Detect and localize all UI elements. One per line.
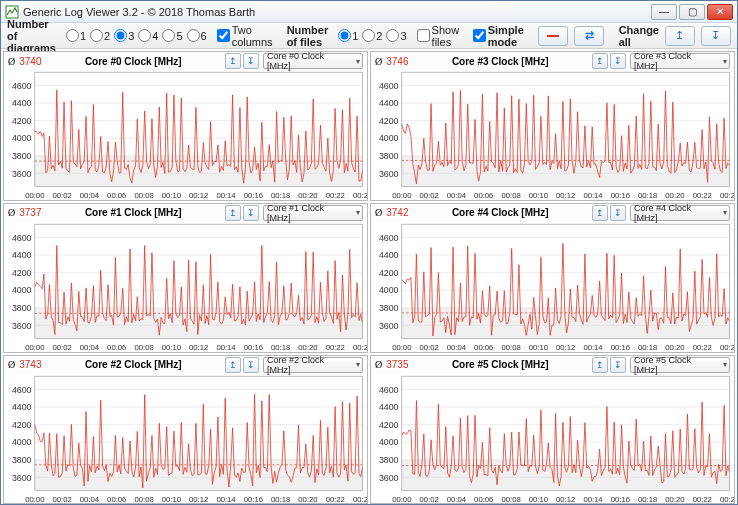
avg-symbol: Ø <box>375 359 382 370</box>
svg-text:00:06: 00:06 <box>107 494 126 503</box>
svg-text:00:14: 00:14 <box>216 191 236 200</box>
charts-area: Ø3740Core #0 Clock [MHz]↥↧Core #0 Clock … <box>1 49 737 504</box>
svg-text:00:12: 00:12 <box>556 191 575 200</box>
chart-series-combo[interactable]: Core #2 Clock [MHz] <box>263 357 363 373</box>
svg-text:00:04: 00:04 <box>447 342 467 351</box>
chart-down-button[interactable]: ↧ <box>610 357 626 373</box>
chart-down-button[interactable]: ↧ <box>610 53 626 69</box>
chart-up-button[interactable]: ↥ <box>592 53 608 69</box>
maximize-button[interactable]: ▢ <box>679 4 705 20</box>
svg-text:00:06: 00:06 <box>107 342 126 351</box>
svg-text:00:00: 00:00 <box>392 494 411 503</box>
svg-text:4600: 4600 <box>379 384 399 394</box>
chart-panel-5: Ø3735Core #5 Clock [MHz]↥↧Core #5 Clock … <box>370 355 735 504</box>
chart-down-button[interactable]: ↧ <box>610 205 626 221</box>
diagrams-radio-3[interactable] <box>114 29 127 42</box>
files-radio-1[interactable] <box>338 29 351 42</box>
avg-symbol: Ø <box>375 207 382 218</box>
app-icon <box>5 5 19 19</box>
svg-text:00:18: 00:18 <box>638 494 657 503</box>
chart-down-button[interactable]: ↧ <box>243 205 259 221</box>
svg-text:4000: 4000 <box>379 437 399 447</box>
svg-text:4400: 4400 <box>12 98 32 108</box>
diagrams-radio-6[interactable] <box>187 29 200 42</box>
svg-text:3800: 3800 <box>379 303 399 313</box>
svg-text:4400: 4400 <box>379 402 399 412</box>
files-radios: 1 2 3 <box>338 29 406 42</box>
svg-text:00:24: 00:24 <box>720 191 734 200</box>
chart-series-combo[interactable]: Core #5 Clock [MHz] <box>630 357 730 373</box>
svg-text:00:08: 00:08 <box>134 191 153 200</box>
svg-text:00:06: 00:06 <box>474 191 493 200</box>
chart-series-combo[interactable]: Core #4 Clock [MHz] <box>630 205 730 221</box>
svg-text:00:16: 00:16 <box>244 494 263 503</box>
svg-text:4200: 4200 <box>379 419 399 429</box>
chart-up-button[interactable]: ↥ <box>225 53 241 69</box>
svg-text:00:08: 00:08 <box>134 494 153 503</box>
chart-plot: 36003800400042004400460000:0000:0200:040… <box>371 222 734 352</box>
svg-text:00:04: 00:04 <box>80 342 100 351</box>
close-button[interactable]: ✕ <box>707 4 733 20</box>
svg-text:00:00: 00:00 <box>392 191 411 200</box>
files-radio-2[interactable] <box>362 29 375 42</box>
chart-down-button[interactable]: ↧ <box>243 53 259 69</box>
chart-panel-3: Ø3742Core #4 Clock [MHz]↥↧Core #4 Clock … <box>370 203 735 353</box>
chart-title: Core #2 Clock [MHz] <box>45 359 221 370</box>
chart-title: Core #5 Clock [MHz] <box>412 359 588 370</box>
show-files-checkbox[interactable] <box>417 29 430 42</box>
chart-up-button[interactable]: ↥ <box>225 357 241 373</box>
svg-text:00:04: 00:04 <box>447 191 467 200</box>
legend-dash-button[interactable] <box>538 26 568 46</box>
avg-value: 3746 <box>386 56 408 67</box>
svg-text:00:04: 00:04 <box>80 494 100 503</box>
chart-series-combo[interactable]: Core #3 Clock [MHz] <box>630 53 730 69</box>
svg-text:4600: 4600 <box>12 232 32 242</box>
svg-text:00:02: 00:02 <box>419 342 438 351</box>
chart-up-button[interactable]: ↥ <box>592 205 608 221</box>
chart-down-button[interactable]: ↧ <box>243 357 259 373</box>
swap-button[interactable]: ⇄ <box>574 26 604 46</box>
change-all-down-button[interactable]: ↧ <box>701 26 731 46</box>
svg-text:00:10: 00:10 <box>529 494 548 503</box>
change-all-up-button[interactable]: ↥ <box>665 26 695 46</box>
change-all-label: Change all <box>619 24 659 48</box>
svg-text:00:02: 00:02 <box>52 494 71 503</box>
chart-panel-0: Ø3740Core #0 Clock [MHz]↥↧Core #0 Clock … <box>3 51 368 201</box>
svg-text:00:12: 00:12 <box>556 494 575 503</box>
svg-text:3800: 3800 <box>12 151 32 161</box>
svg-text:4400: 4400 <box>12 402 32 412</box>
svg-text:00:04: 00:04 <box>80 191 100 200</box>
diagrams-radios: 1 2 3 4 5 6 <box>66 29 207 42</box>
svg-text:00:22: 00:22 <box>326 191 345 200</box>
svg-text:00:02: 00:02 <box>52 342 71 351</box>
svg-text:00:20: 00:20 <box>665 191 684 200</box>
svg-text:00:12: 00:12 <box>189 191 208 200</box>
diagrams-radio-5[interactable] <box>162 29 175 42</box>
diagrams-radio-2[interactable] <box>90 29 103 42</box>
svg-text:00:14: 00:14 <box>216 494 236 503</box>
svg-text:4200: 4200 <box>379 268 399 278</box>
svg-text:4200: 4200 <box>12 116 32 126</box>
chart-up-button[interactable]: ↥ <box>592 357 608 373</box>
chart-plot: 36003800400042004400460000:0000:0200:040… <box>4 70 367 200</box>
chart-series-combo[interactable]: Core #0 Clock [MHz] <box>263 53 363 69</box>
svg-text:00:16: 00:16 <box>611 494 630 503</box>
svg-text:4200: 4200 <box>379 116 399 126</box>
simple-mode-checkbox[interactable] <box>473 29 486 42</box>
chart-series-combo[interactable]: Core #1 Clock [MHz] <box>263 205 363 221</box>
chart-panel-2: Ø3737Core #1 Clock [MHz]↥↧Core #1 Clock … <box>3 203 368 353</box>
svg-text:00:18: 00:18 <box>638 191 657 200</box>
svg-text:00:04: 00:04 <box>447 494 467 503</box>
svg-text:00:14: 00:14 <box>583 191 603 200</box>
diagrams-radio-1[interactable] <box>66 29 79 42</box>
chart-title: Core #1 Clock [MHz] <box>45 207 221 218</box>
svg-text:00:20: 00:20 <box>665 342 684 351</box>
two-columns-checkbox[interactable] <box>217 29 230 42</box>
diagrams-radio-4[interactable] <box>138 29 151 42</box>
svg-text:00:18: 00:18 <box>271 191 290 200</box>
files-radio-3[interactable] <box>386 29 399 42</box>
minimize-button[interactable]: — <box>651 4 677 20</box>
svg-text:4600: 4600 <box>379 81 399 91</box>
chart-title: Core #4 Clock [MHz] <box>412 207 588 218</box>
chart-up-button[interactable]: ↥ <box>225 205 241 221</box>
